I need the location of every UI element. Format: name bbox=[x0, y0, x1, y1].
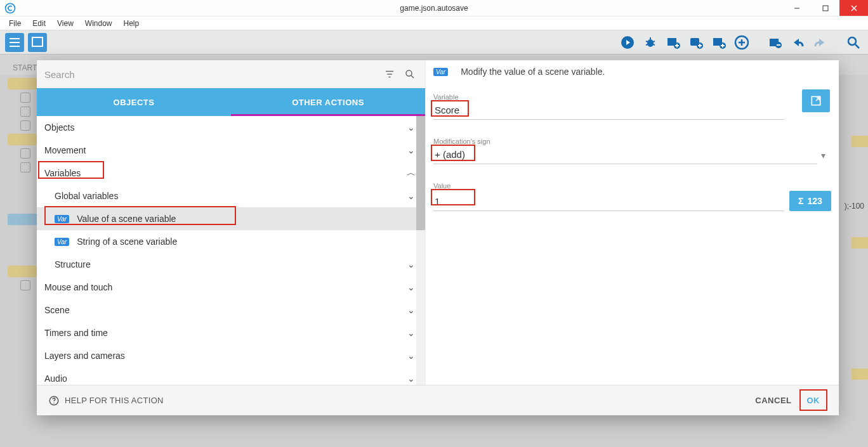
toolbar-delete-icon[interactable] bbox=[765, 33, 784, 52]
svg-rect-8 bbox=[32, 37, 43, 46]
chevron-up-icon: ︿ bbox=[405, 167, 418, 179]
bg-action-snippet: );-100 bbox=[845, 202, 864, 211]
toolbar-event-sheet-icon[interactable] bbox=[5, 33, 24, 52]
svg-rect-7 bbox=[10, 46, 20, 47]
chevron-down-icon: ⌄ bbox=[405, 304, 418, 316]
svg-point-11 bbox=[647, 39, 654, 47]
svg-rect-5 bbox=[10, 38, 20, 39]
toolbar-scene-icon[interactable] bbox=[28, 33, 47, 52]
svg-line-41 bbox=[411, 75, 414, 78]
ok-button[interactable]: OK bbox=[799, 392, 828, 409]
toolbar-search-icon[interactable] bbox=[844, 33, 863, 52]
tab-objects[interactable]: OBJECTS bbox=[37, 88, 231, 116]
toolbar-redo-icon[interactable] bbox=[811, 33, 830, 52]
value-label: Value bbox=[433, 182, 831, 190]
filter-icon[interactable] bbox=[382, 67, 397, 82]
tree-movement[interactable]: Movement⌄ bbox=[37, 139, 425, 162]
chevron-down-icon: ⌄ bbox=[405, 327, 418, 339]
tree-audio[interactable]: Audio⌄ bbox=[37, 367, 425, 385]
var-badge-icon: Var bbox=[433, 68, 448, 76]
help-for-action-link[interactable]: HELP FOR THIS ACTION bbox=[48, 395, 164, 406]
chevron-down-icon: ⌄ bbox=[405, 372, 418, 385]
tree-value-scene-variable[interactable]: VarValue of a scene variable bbox=[37, 207, 425, 230]
svg-point-35 bbox=[848, 37, 856, 45]
chevron-down-icon[interactable]: ▾ bbox=[821, 150, 825, 160]
cancel-button[interactable]: CANCEL bbox=[747, 392, 799, 409]
window-minimize-button[interactable] bbox=[782, 0, 811, 16]
dialog-footer: HELP FOR THIS ACTION CANCEL OK bbox=[37, 385, 839, 415]
toolbar-add-scene-icon[interactable] bbox=[664, 33, 683, 52]
chevron-down-icon: ⌄ bbox=[405, 190, 418, 202]
tree-scene[interactable]: Scene⌄ bbox=[37, 299, 425, 321]
window-titlebar: game.json.autosave bbox=[0, 0, 868, 16]
menu-bar: File Edit View Window Help bbox=[0, 16, 868, 30]
help-icon bbox=[48, 395, 60, 406]
chevron-down-icon: ⌄ bbox=[405, 281, 418, 294]
svg-point-0 bbox=[6, 3, 15, 13]
tree-mouse-touch[interactable]: Mouse and touch⌄ bbox=[37, 276, 425, 299]
var-badge-icon: Var bbox=[55, 215, 69, 223]
toolbar-debug-icon[interactable] bbox=[641, 33, 660, 52]
chevron-down-icon: ⌄ bbox=[405, 258, 418, 271]
window-title: game.json.autosave bbox=[400, 4, 468, 13]
main-toolbar bbox=[0, 30, 868, 55]
tree-scrollbar-thumb[interactable] bbox=[416, 116, 425, 230]
search-input[interactable] bbox=[44, 69, 377, 80]
chevron-down-icon: ⌄ bbox=[405, 144, 418, 157]
action-tree[interactable]: Objects⌄ Movement⌄ Variables︿ Global var… bbox=[37, 116, 425, 385]
tree-layers[interactable]: Layers and cameras⌄ bbox=[37, 344, 425, 367]
tree-variables[interactable]: Variables︿ bbox=[37, 162, 425, 185]
menu-edit[interactable]: Edit bbox=[27, 18, 51, 29]
dialog-left-panel: OBJECTS OTHER ACTIONS Objects⌄ Movement⌄… bbox=[37, 60, 425, 385]
svg-rect-2 bbox=[823, 6, 828, 11]
tree-global-variables[interactable]: Global variables⌄ bbox=[37, 185, 425, 207]
toolbar-undo-icon[interactable] bbox=[788, 33, 807, 52]
chevron-down-icon: ⌄ bbox=[405, 349, 418, 362]
toolbar-add-event-icon[interactable] bbox=[732, 33, 751, 52]
tree-objects[interactable]: Objects⌄ bbox=[37, 116, 425, 139]
variable-label: Variable bbox=[433, 93, 831, 101]
var-badge-icon: Var bbox=[55, 238, 69, 246]
action-header: Var Modify the value of a scene variable… bbox=[433, 67, 831, 77]
window-maximize-button[interactable] bbox=[811, 0, 839, 16]
expression-button[interactable]: Σ 123 bbox=[789, 191, 831, 211]
sigma-icon: Σ bbox=[798, 196, 803, 206]
chevron-down-icon: ⌄ bbox=[405, 121, 418, 134]
svg-line-14 bbox=[653, 41, 655, 42]
tree-structure[interactable]: Structure⌄ bbox=[37, 253, 425, 276]
sign-label: Modification's sign bbox=[433, 138, 831, 145]
svg-rect-6 bbox=[10, 42, 20, 43]
variable-input[interactable] bbox=[433, 102, 784, 120]
search-icon[interactable] bbox=[402, 67, 418, 82]
app-icon bbox=[4, 2, 16, 15]
value-input[interactable] bbox=[433, 193, 784, 211]
menu-help[interactable]: Help bbox=[119, 18, 145, 29]
toolbar-add-object-icon[interactable] bbox=[687, 33, 706, 52]
menu-view[interactable]: View bbox=[52, 18, 79, 29]
toolbar-add-layer-icon[interactable] bbox=[709, 33, 728, 52]
svg-line-16 bbox=[653, 44, 655, 45]
menu-window[interactable]: Window bbox=[80, 18, 117, 29]
dialog-tabs: OBJECTS OTHER ACTIONS bbox=[37, 88, 425, 116]
dialog-right-panel: Var Modify the value of a scene variable… bbox=[425, 60, 839, 385]
toolbar-play-icon[interactable] bbox=[618, 33, 637, 52]
window-close-button[interactable] bbox=[839, 0, 868, 16]
svg-line-15 bbox=[646, 44, 648, 45]
tree-string-scene-variable[interactable]: VarString of a scene variable bbox=[37, 230, 425, 253]
tab-other-actions[interactable]: OTHER ACTIONS bbox=[231, 88, 425, 116]
tree-timers[interactable]: Timers and time⌄ bbox=[37, 321, 425, 344]
sign-select[interactable] bbox=[433, 146, 817, 164]
svg-line-13 bbox=[646, 41, 648, 42]
svg-point-44 bbox=[53, 403, 55, 404]
search-row bbox=[37, 60, 425, 88]
svg-line-36 bbox=[855, 44, 859, 48]
svg-point-40 bbox=[406, 70, 412, 76]
action-dialog: OBJECTS OTHER ACTIONS Objects⌄ Movement⌄… bbox=[37, 60, 839, 415]
window-controls bbox=[782, 0, 868, 16]
menu-file[interactable]: File bbox=[4, 18, 26, 29]
action-description: Modify the value of a scene variable. bbox=[461, 67, 605, 77]
